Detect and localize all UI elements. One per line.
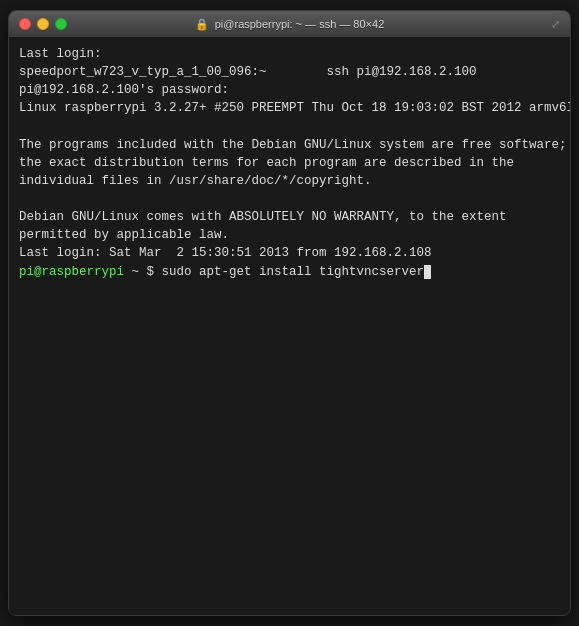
titlebar-title: pi@raspberrypi: ~ — ssh — 80×42 [215,18,385,30]
window-buttons[interactable] [19,18,67,30]
prompt-symbol: ~ $ [124,265,162,279]
terminal-window: 🔒 pi@raspberrypi: ~ — ssh — 80×42 ⤢ Last… [8,10,571,616]
prompt-user: pi@raspberrypi [19,265,124,279]
cursor [424,265,431,279]
titlebar: 🔒 pi@raspberrypi: ~ — ssh — 80×42 ⤢ [9,11,570,37]
titlebar-center: 🔒 pi@raspberrypi: ~ — ssh — 80×42 [195,18,385,31]
titlebar-right: ⤢ [551,15,560,33]
resize-icon: ⤢ [551,18,560,30]
terminal-output: Last login: speedport_w723_v_typ_a_1_00_… [19,45,560,281]
terminal-body[interactable]: Last login: speedport_w723_v_typ_a_1_00_… [9,37,570,615]
command-text: sudo apt-get install tightvncserver [162,265,425,279]
maximize-button[interactable] [55,18,67,30]
close-button[interactable] [19,18,31,30]
minimize-button[interactable] [37,18,49,30]
lock-icon: 🔒 [195,18,209,31]
